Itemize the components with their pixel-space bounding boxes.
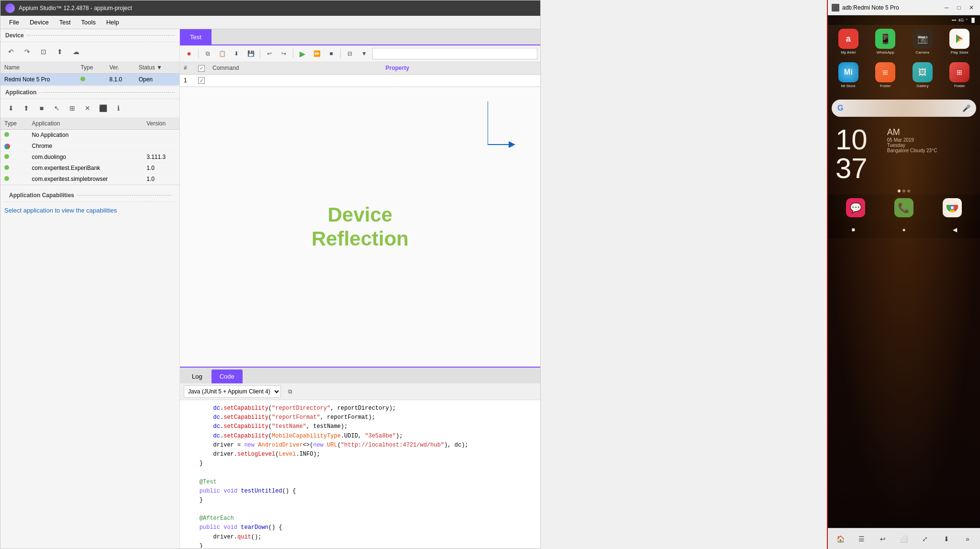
msg-symbol: 💬 [850,202,862,213]
app-btn-upload[interactable]: ⬆ [20,101,33,115]
copy-btn[interactable]: ⧉ [201,47,214,60]
table-row[interactable]: com.experitest.ExperiBank 1.0 [0,163,179,174]
dock-messages[interactable]: 💬 [846,198,865,217]
nav-home-btn[interactable]: ● [899,225,909,235]
device-close-btn[interactable]: ✕ [967,3,976,12]
code-content: driver.setLogLevel(Level.INFO); [186,450,320,459]
row-checkbox-1[interactable] [198,77,205,84]
save-btn[interactable]: 💾 [245,47,257,60]
dock-chrome[interactable] [943,198,962,217]
app-btn-cursor[interactable]: ↖ [50,101,64,115]
record-btn[interactable]: ● [183,47,195,60]
app-btn-info[interactable]: ℹ [111,101,125,115]
app-btn-monitor[interactable]: ⬛ [96,101,110,115]
row-check-1[interactable] [194,74,209,87]
app-icon-folder1[interactable]: ⊞ Folder [875,62,895,88]
paste-btn[interactable]: 📋 [216,47,228,60]
app-btn-download[interactable]: ⬇ [4,101,18,115]
menu-bar: File Device Test Tools Help [0,16,540,29]
device-title-bar: adb:Redmi Note 5 Pro ─ □ ✕ [828,0,980,15]
nav-recents-btn[interactable]: ◀ [950,225,959,235]
redo-btn[interactable]: ↪ [278,47,290,60]
mistore-symbol: Mi [844,68,853,77]
clock-hour: 10 [835,125,868,154]
table-row[interactable]: com.duolingo 3.111.3 [0,152,179,163]
device-table: Name Type Ver. Status ▼ Redmi Note 5 Pro… [0,62,179,86]
table-row[interactable]: com.experitest.simplebrowser 1.0 [0,174,179,185]
tab-log[interactable]: Log [184,370,211,383]
airtel-symbol: a [846,34,851,44]
run-to-btn[interactable]: ⏩ [311,47,323,60]
paste-arrow-btn[interactable]: ⬇ [230,47,243,60]
app-icon-folder2[interactable]: ⊞ Folder [949,62,969,88]
tab-test[interactable]: Test [180,29,212,45]
stop-btn[interactable]: ■ [325,47,337,60]
dot-1 [898,190,901,192]
command-search-input[interactable] [372,48,537,59]
language-select[interactable]: Java (JUnit 5 + Appium Client 4) [184,385,281,398]
dev-download-btn[interactable]: ⬇ [939,531,954,547]
svg-marker-2 [509,141,515,148]
dev-screenshot-btn[interactable]: ⬜ [896,531,912,547]
app-btn-stop[interactable]: ■ [35,101,48,115]
app-icon-gallery[interactable]: 🖼 Gallery [913,62,933,88]
layout-arrow-btn[interactable]: ▼ [358,47,370,60]
copy-code-btn[interactable]: ⧉ [284,385,296,398]
app-icon-camera[interactable]: 📷 Camera [913,29,933,55]
device-section-header: Device [0,29,179,42]
tab-code[interactable]: Code [212,370,243,383]
undo-btn[interactable]: ↩ [263,47,276,60]
device-btn-cloud[interactable]: ☁ [69,45,83,58]
app-ver-2 [143,141,179,152]
menu-help[interactable]: Help [101,17,124,27]
reflection-arrow [488,101,526,159]
dev-menu-btn[interactable]: ☰ [854,531,869,547]
app-btn-grid[interactable]: ⊞ [66,101,79,115]
app-icon-mistore[interactable]: Mi Mi Store [838,62,858,88]
table-row[interactable]: Redmi Note 5 Pro 8.1.0 Open [0,74,179,86]
reflection-text: DeviceReflection [312,203,409,251]
table-row[interactable]: 1 [180,74,540,87]
menu-file[interactable]: File [4,17,24,27]
dev-more-btn[interactable]: » [960,531,975,547]
icon-row-1: a My Airtel 📱 WhatsApp 📷 Camera [828,25,980,55]
app-type-2 [0,141,28,152]
device-btn-rotate-left[interactable]: ↶ [4,45,18,58]
menu-test[interactable]: Test [55,17,76,27]
clock-info: AM 05 Mar 2019 Tuesday Bangalore Cloudy … [887,125,937,153]
whatsapp-symbol: 📱 [880,33,891,45]
device-minimize-btn[interactable]: ─ [942,3,951,12]
sep-2 [260,49,260,58]
nav-back-btn[interactable]: ■ [848,225,858,235]
dev-back-btn[interactable]: ↩ [875,531,891,547]
app-btn-close[interactable]: ✕ [81,101,94,115]
app-type-5 [0,174,28,185]
app-icon-playstore[interactable]: Play Store [949,29,969,55]
menu-tools[interactable]: Tools [77,17,100,27]
app-icon-airtel[interactable]: a My Airtel [838,29,858,55]
playstore-label: Play Store [951,50,969,55]
device-label: Device [5,32,24,39]
layout-btn[interactable]: ⊟ [344,47,356,60]
dev-fullscreen-btn[interactable]: ⤢ [917,531,933,547]
run-btn[interactable]: ▶ [296,47,309,60]
table-row[interactable]: No Application [0,130,179,141]
clock-minute: 37 [835,154,868,183]
col-status[interactable]: Status ▼ [135,62,179,74]
app-dots [39,92,175,93]
phone-dock: 💬 📞 [828,194,980,221]
app-type-1 [0,130,28,141]
app-icon-whatsapp[interactable]: 📱 WhatsApp [875,29,895,55]
device-maximize-btn[interactable]: □ [954,3,964,12]
device-btn-rotate-right[interactable]: ↷ [21,45,34,58]
device-btn-download[interactable]: ⬆ [53,45,67,58]
phone-navbar: ■ ● ◀ [828,221,980,238]
google-search-bar[interactable]: G 🎤 [832,100,976,117]
menu-device[interactable]: Device [25,17,54,27]
whatsapp-icon-img: 📱 [875,29,895,49]
dev-home-btn[interactable]: 🏠 [833,531,848,547]
table-row[interactable]: Chrome [0,141,179,152]
dock-phone[interactable]: 📞 [894,198,913,217]
device-btn-refresh[interactable]: ⊡ [37,45,50,58]
check-all[interactable] [198,65,205,72]
